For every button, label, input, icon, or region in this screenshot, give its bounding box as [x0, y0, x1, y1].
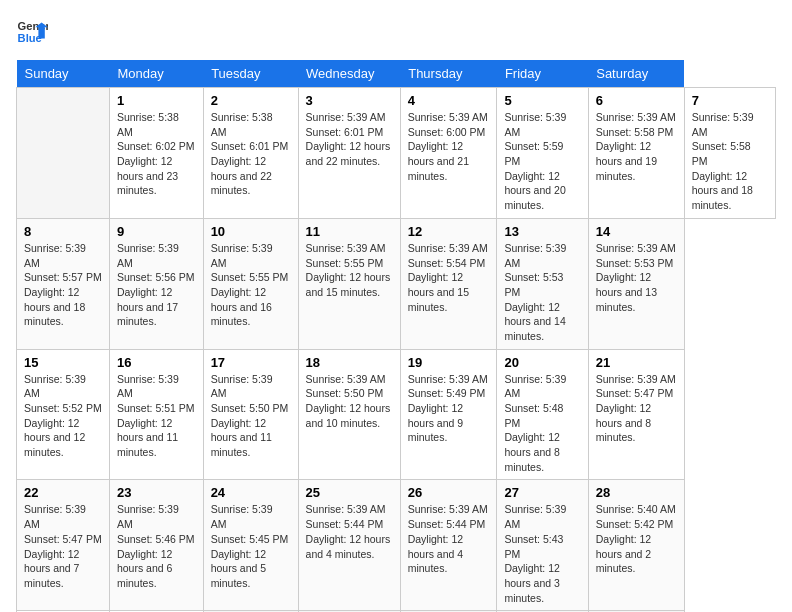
day-info: Sunrise: 5:38 AMSunset: 6:01 PMDaylight:…: [211, 110, 291, 198]
day-info: Sunrise: 5:39 AMSunset: 5:56 PMDaylight:…: [117, 241, 196, 329]
day-number: 7: [692, 93, 768, 108]
day-info: Sunrise: 5:39 AMSunset: 5:51 PMDaylight:…: [117, 372, 196, 460]
calendar-cell: 21Sunrise: 5:39 AMSunset: 5:47 PMDayligh…: [588, 349, 684, 480]
calendar-week-row: 15Sunrise: 5:39 AMSunset: 5:52 PMDayligh…: [17, 349, 776, 480]
day-info: Sunrise: 5:39 AMSunset: 5:49 PMDaylight:…: [408, 372, 490, 445]
calendar-week-row: 8Sunrise: 5:39 AMSunset: 5:57 PMDaylight…: [17, 218, 776, 349]
day-number: 10: [211, 224, 291, 239]
day-number: 16: [117, 355, 196, 370]
day-number: 24: [211, 485, 291, 500]
day-info: Sunrise: 5:39 AMSunset: 5:44 PMDaylight:…: [306, 502, 393, 561]
calendar-cell: 18Sunrise: 5:39 AMSunset: 5:50 PMDayligh…: [298, 349, 400, 480]
day-info: Sunrise: 5:39 AMSunset: 5:54 PMDaylight:…: [408, 241, 490, 314]
calendar-cell: 26Sunrise: 5:39 AMSunset: 5:44 PMDayligh…: [400, 480, 497, 611]
calendar-cell: 20Sunrise: 5:39 AMSunset: 5:48 PMDayligh…: [497, 349, 588, 480]
calendar-cell: 10Sunrise: 5:39 AMSunset: 5:55 PMDayligh…: [203, 218, 298, 349]
day-number: 9: [117, 224, 196, 239]
calendar-cell: 22Sunrise: 5:39 AMSunset: 5:47 PMDayligh…: [17, 480, 110, 611]
day-info: Sunrise: 5:39 AMSunset: 5:46 PMDaylight:…: [117, 502, 196, 590]
calendar-cell: 12Sunrise: 5:39 AMSunset: 5:54 PMDayligh…: [400, 218, 497, 349]
day-info: Sunrise: 5:39 AMSunset: 5:50 PMDaylight:…: [211, 372, 291, 460]
calendar-week-row: 22Sunrise: 5:39 AMSunset: 5:47 PMDayligh…: [17, 480, 776, 611]
day-info: Sunrise: 5:39 AMSunset: 5:52 PMDaylight:…: [24, 372, 102, 460]
day-info: Sunrise: 5:39 AMSunset: 5:57 PMDaylight:…: [24, 241, 102, 329]
calendar-cell: 17Sunrise: 5:39 AMSunset: 5:50 PMDayligh…: [203, 349, 298, 480]
day-number: 15: [24, 355, 102, 370]
day-info: Sunrise: 5:39 AMSunset: 6:00 PMDaylight:…: [408, 110, 490, 183]
calendar-cell: 15Sunrise: 5:39 AMSunset: 5:52 PMDayligh…: [17, 349, 110, 480]
calendar-week-row: 1Sunrise: 5:38 AMSunset: 6:02 PMDaylight…: [17, 88, 776, 219]
day-number: 17: [211, 355, 291, 370]
day-number: 19: [408, 355, 490, 370]
calendar-cell: 4Sunrise: 5:39 AMSunset: 6:00 PMDaylight…: [400, 88, 497, 219]
calendar-cell: 3Sunrise: 5:39 AMSunset: 6:01 PMDaylight…: [298, 88, 400, 219]
day-number: 3: [306, 93, 393, 108]
calendar-cell: 24Sunrise: 5:39 AMSunset: 5:45 PMDayligh…: [203, 480, 298, 611]
day-info: Sunrise: 5:39 AMSunset: 5:44 PMDaylight:…: [408, 502, 490, 575]
calendar-cell: 16Sunrise: 5:39 AMSunset: 5:51 PMDayligh…: [109, 349, 203, 480]
weekday-header-row: SundayMondayTuesdayWednesdayThursdayFrid…: [17, 60, 776, 88]
day-info: Sunrise: 5:39 AMSunset: 5:58 PMDaylight:…: [692, 110, 768, 213]
calendar-cell: 8Sunrise: 5:39 AMSunset: 5:57 PMDaylight…: [17, 218, 110, 349]
weekday-header-cell: Saturday: [588, 60, 684, 88]
day-number: 25: [306, 485, 393, 500]
calendar-cell: 1Sunrise: 5:38 AMSunset: 6:02 PMDaylight…: [109, 88, 203, 219]
calendar-cell: 14Sunrise: 5:39 AMSunset: 5:53 PMDayligh…: [588, 218, 684, 349]
day-number: 12: [408, 224, 490, 239]
day-info: Sunrise: 5:39 AMSunset: 5:55 PMDaylight:…: [211, 241, 291, 329]
page-header: General Blue: [16, 16, 776, 48]
weekday-header-cell: Sunday: [17, 60, 110, 88]
calendar-table: SundayMondayTuesdayWednesdayThursdayFrid…: [16, 60, 776, 612]
weekday-header-cell: Monday: [109, 60, 203, 88]
svg-text:Blue: Blue: [18, 32, 42, 44]
day-number: 18: [306, 355, 393, 370]
weekday-header-cell: Wednesday: [298, 60, 400, 88]
day-info: Sunrise: 5:39 AMSunset: 5:50 PMDaylight:…: [306, 372, 393, 431]
day-info: Sunrise: 5:39 AMSunset: 5:47 PMDaylight:…: [596, 372, 677, 445]
calendar-cell: 11Sunrise: 5:39 AMSunset: 5:55 PMDayligh…: [298, 218, 400, 349]
day-number: 20: [504, 355, 580, 370]
day-info: Sunrise: 5:39 AMSunset: 5:47 PMDaylight:…: [24, 502, 102, 590]
day-number: 23: [117, 485, 196, 500]
day-info: Sunrise: 5:39 AMSunset: 5:53 PMDaylight:…: [596, 241, 677, 314]
weekday-header-cell: Thursday: [400, 60, 497, 88]
day-number: 22: [24, 485, 102, 500]
logo: General Blue: [16, 16, 48, 48]
day-info: Sunrise: 5:39 AMSunset: 5:58 PMDaylight:…: [596, 110, 677, 183]
logo-icon: General Blue: [16, 16, 48, 48]
day-info: Sunrise: 5:39 AMSunset: 5:48 PMDaylight:…: [504, 372, 580, 475]
weekday-header-cell: Friday: [497, 60, 588, 88]
day-number: 1: [117, 93, 196, 108]
day-number: 26: [408, 485, 490, 500]
day-number: 4: [408, 93, 490, 108]
calendar-cell: 2Sunrise: 5:38 AMSunset: 6:01 PMDaylight…: [203, 88, 298, 219]
day-info: Sunrise: 5:38 AMSunset: 6:02 PMDaylight:…: [117, 110, 196, 198]
day-number: 14: [596, 224, 677, 239]
day-number: 28: [596, 485, 677, 500]
day-number: 27: [504, 485, 580, 500]
calendar-body: 1Sunrise: 5:38 AMSunset: 6:02 PMDaylight…: [17, 88, 776, 613]
calendar-cell: 13Sunrise: 5:39 AMSunset: 5:53 PMDayligh…: [497, 218, 588, 349]
calendar-cell: 23Sunrise: 5:39 AMSunset: 5:46 PMDayligh…: [109, 480, 203, 611]
day-info: Sunrise: 5:39 AMSunset: 5:43 PMDaylight:…: [504, 502, 580, 605]
calendar-cell-empty: [17, 88, 110, 219]
calendar-cell: 19Sunrise: 5:39 AMSunset: 5:49 PMDayligh…: [400, 349, 497, 480]
day-info: Sunrise: 5:39 AMSunset: 6:01 PMDaylight:…: [306, 110, 393, 169]
day-info: Sunrise: 5:39 AMSunset: 5:55 PMDaylight:…: [306, 241, 393, 300]
day-number: 13: [504, 224, 580, 239]
day-number: 6: [596, 93, 677, 108]
day-info: Sunrise: 5:39 AMSunset: 5:53 PMDaylight:…: [504, 241, 580, 344]
calendar-cell: 9Sunrise: 5:39 AMSunset: 5:56 PMDaylight…: [109, 218, 203, 349]
weekday-header-cell: Tuesday: [203, 60, 298, 88]
day-number: 2: [211, 93, 291, 108]
calendar-cell: 6Sunrise: 5:39 AMSunset: 5:58 PMDaylight…: [588, 88, 684, 219]
day-number: 8: [24, 224, 102, 239]
calendar-cell: 5Sunrise: 5:39 AMSunset: 5:59 PMDaylight…: [497, 88, 588, 219]
calendar-cell: 27Sunrise: 5:39 AMSunset: 5:43 PMDayligh…: [497, 480, 588, 611]
day-number: 21: [596, 355, 677, 370]
day-info: Sunrise: 5:40 AMSunset: 5:42 PMDaylight:…: [596, 502, 677, 575]
calendar-cell: 7Sunrise: 5:39 AMSunset: 5:58 PMDaylight…: [684, 88, 775, 219]
calendar-cell: 25Sunrise: 5:39 AMSunset: 5:44 PMDayligh…: [298, 480, 400, 611]
day-number: 11: [306, 224, 393, 239]
day-number: 5: [504, 93, 580, 108]
